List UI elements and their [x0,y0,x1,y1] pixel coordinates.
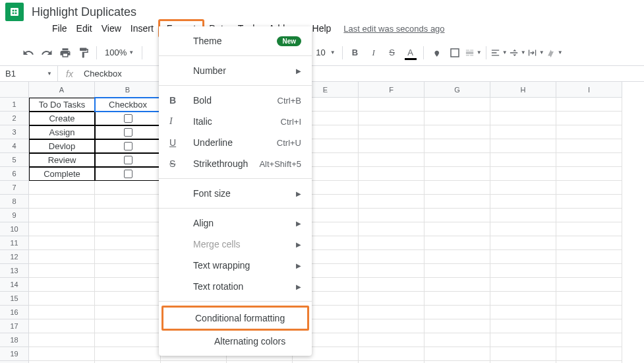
cell[interactable] [556,222,622,236]
cell[interactable] [359,112,424,125]
cell[interactable]: Review [29,153,95,167]
row-header[interactable]: 9 [0,209,29,222]
cell[interactable]: Devlop [29,139,95,153]
cell[interactable] [359,333,424,347]
print-button[interactable] [57,44,74,61]
row-header[interactable]: 2 [0,112,29,125]
dd-number[interactable]: Number▶ [159,60,312,81]
cell[interactable] [424,264,490,278]
cell[interactable] [556,181,622,195]
cell[interactable] [556,153,622,167]
cell[interactable] [424,292,490,306]
menu-view[interactable]: View [97,20,126,36]
row-header[interactable]: 15 [0,292,29,306]
cell[interactable] [29,292,95,306]
cell[interactable] [95,278,161,292]
cell[interactable] [490,125,556,139]
dd-rotation[interactable]: Text rotation▶ [159,276,312,297]
checkbox-icon[interactable] [124,170,132,178]
cell[interactable] [359,236,424,250]
cell[interactable] [359,264,424,278]
cell[interactable] [424,306,490,319]
cell[interactable] [424,167,490,181]
cell[interactable] [29,209,95,222]
checkbox-icon[interactable] [124,114,132,123]
rotate-button[interactable]: ▼ [546,44,563,61]
menu-edit[interactable]: Edit [72,20,97,36]
cell[interactable] [359,125,424,139]
select-all-cell[interactable] [0,82,29,98]
cell[interactable]: To Do Tasks [29,98,95,112]
borders-button[interactable] [446,44,463,61]
row-header[interactable]: 17 [0,319,29,333]
cell[interactable] [29,181,95,195]
italic-button[interactable]: I [365,44,382,61]
cell[interactable] [424,250,490,264]
row-header[interactable]: 8 [0,195,29,209]
cell[interactable] [95,112,161,125]
cell[interactable] [95,319,161,333]
cell[interactable] [359,195,424,209]
cell[interactable] [95,153,161,167]
dd-strike[interactable]: SStrikethroughAlt+Shift+5 [159,153,312,174]
cell[interactable] [490,209,556,222]
col-header-I[interactable]: I [556,82,622,98]
cell[interactable] [359,167,424,181]
cell[interactable] [29,222,95,236]
cell[interactable] [359,181,424,195]
cell[interactable] [95,125,161,139]
cell[interactable] [424,347,490,361]
cell[interactable] [29,306,95,319]
cell[interactable] [359,250,424,264]
cell[interactable] [490,167,556,181]
cell[interactable] [29,319,95,333]
col-header-A[interactable]: A [29,82,95,98]
name-box[interactable]: B1▼ [0,66,58,81]
cell[interactable] [29,347,95,361]
dd-italic[interactable]: IItalicCtrl+I [159,111,312,132]
cell[interactable] [95,222,161,236]
cell[interactable] [424,222,490,236]
row-header[interactable]: 13 [0,264,29,278]
fill-color-button[interactable] [428,44,445,61]
cell[interactable] [359,347,424,361]
cell[interactable] [95,167,161,181]
dd-align[interactable]: Align▶ [159,213,312,234]
cell[interactable] [490,181,556,195]
cell[interactable] [359,306,424,319]
cell[interactable] [556,112,622,125]
cell[interactable] [424,319,490,333]
cell[interactable]: Create [29,112,95,125]
col-header-B[interactable]: B [95,82,161,98]
redo-button[interactable] [38,44,55,61]
dd-theme[interactable]: Theme New [159,30,312,51]
cell[interactable] [424,125,490,139]
cell[interactable] [95,139,161,153]
checkbox-icon[interactable] [124,142,132,150]
cell[interactable] [556,98,622,112]
cell[interactable] [490,347,556,361]
cell[interactable] [490,195,556,209]
row-header[interactable]: 14 [0,278,29,292]
cell[interactable] [490,236,556,250]
sheets-logo[interactable] [5,3,24,21]
cell[interactable] [556,319,622,333]
dd-fontsize[interactable]: Font size▶ [159,183,312,204]
cell[interactable] [95,250,161,264]
dd-underline[interactable]: UUnderlineCtrl+U [159,132,312,153]
cell[interactable] [95,333,161,347]
cell[interactable] [359,319,424,333]
menu-file[interactable]: File [47,20,72,36]
valign-button[interactable]: ▼ [509,44,526,61]
zoom-select[interactable]: 100%▼ [101,48,138,57]
checkbox-icon[interactable] [124,156,132,164]
cell[interactable] [490,292,556,306]
cell[interactable] [424,112,490,125]
cell[interactable] [490,264,556,278]
strike-button[interactable]: S [384,44,401,61]
cell[interactable] [490,319,556,333]
cell[interactable] [29,195,95,209]
cell[interactable] [556,195,622,209]
last-edit-link[interactable]: Last edit was seconds ago [343,24,444,34]
cell[interactable] [424,209,490,222]
